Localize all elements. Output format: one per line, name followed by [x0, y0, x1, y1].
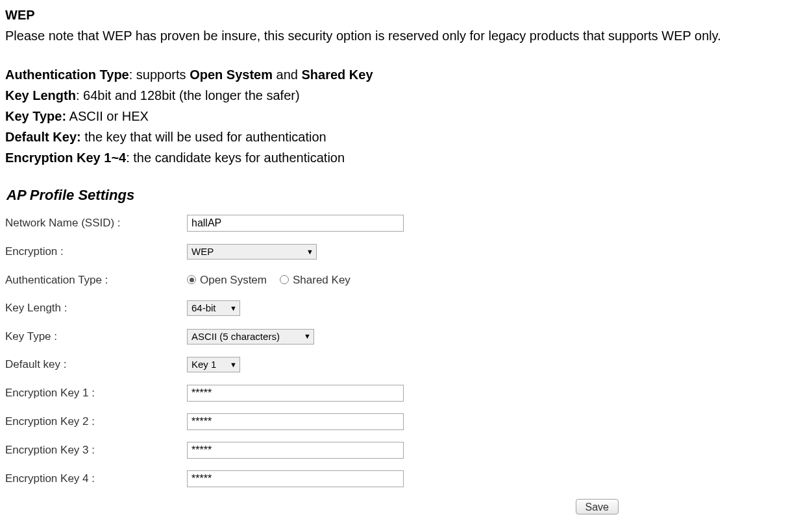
encryption-key-1-input[interactable]: [187, 385, 404, 402]
label-key-2: Encryption Key 2 :: [5, 413, 187, 430]
section-note: Please note that WEP has proven be insur…: [5, 26, 807, 45]
key-length-select-value: 64-bit: [191, 301, 216, 316]
para-default-key-rest: the key that will be used for authentica…: [81, 130, 326, 144]
label-default-key: Default key :: [5, 356, 187, 373]
row-encryption: Encryption : WEP ▼: [5, 243, 619, 260]
para-key-length-rest: : 64bit and 128bit (the longer the safer…: [76, 88, 300, 103]
default-key-select[interactable]: Key 1 ▼: [187, 357, 240, 372]
auth-open-system-radio[interactable]: Open System: [187, 272, 267, 289]
key-length-select[interactable]: 64-bit ▼: [187, 300, 240, 316]
para-key-type-rest: ASCII or HEX: [66, 109, 149, 123]
para-auth-type-v2: Shared Key: [301, 67, 373, 82]
row-default-key: Default key : Key 1 ▼: [5, 356, 619, 373]
chevron-down-icon: ▼: [230, 361, 237, 369]
para-key-type-label: Key Type:: [5, 109, 66, 123]
label-key-3: Encryption Key 3 :: [5, 442, 187, 459]
encryption-key-4-input[interactable]: [187, 470, 404, 487]
encryption-select-value: WEP: [191, 245, 214, 260]
row-key-2: Encryption Key 2 :: [5, 413, 619, 430]
row-key-1: Encryption Key 1 :: [5, 385, 619, 402]
default-key-select-value: Key 1: [191, 357, 216, 372]
para-auth-type-sep: : supports: [129, 67, 190, 82]
para-default-key-label: Default Key:: [5, 130, 81, 144]
row-auth-type: Authentication Type : Open System Shared…: [5, 272, 619, 289]
row-key-type: Key Type : ASCII (5 characters) ▼: [5, 328, 619, 345]
label-key-4: Encryption Key 4 :: [5, 470, 187, 487]
radio-icon: [187, 275, 196, 284]
auth-shared-key-label: Shared Key: [293, 272, 351, 289]
para-encryption-keys-rest: : the candidate keys for authentication: [126, 151, 345, 165]
label-ssid: Network Name (SSID) :: [5, 215, 187, 232]
key-type-select-value: ASCII (5 characters): [191, 330, 280, 345]
auth-shared-key-radio[interactable]: Shared Key: [280, 272, 351, 289]
para-encryption-keys: Encryption Key 1~4: the candidate keys f…: [5, 148, 807, 167]
label-key-1: Encryption Key 1 :: [5, 385, 187, 402]
save-row: Save: [5, 499, 619, 514]
key-type-select[interactable]: ASCII (5 characters) ▼: [187, 329, 314, 345]
row-key-3: Encryption Key 3 :: [5, 442, 619, 459]
label-key-length: Key Length :: [5, 300, 187, 317]
para-auth-type-label: Authentication Type: [5, 67, 129, 82]
panel-title: AP Profile Settings: [6, 184, 619, 206]
radio-icon: [280, 275, 289, 284]
row-ssid: Network Name (SSID) :: [5, 215, 619, 232]
para-auth-type-v1: Open System: [190, 67, 273, 82]
chevron-down-icon: ▼: [306, 248, 314, 256]
section-heading: WEP: [5, 5, 807, 25]
row-key-length: Key Length : 64-bit ▼: [5, 300, 619, 317]
para-auth-type: Authentication Type: supports Open Syste…: [5, 65, 807, 84]
chevron-down-icon: ▼: [304, 333, 311, 340]
label-encryption: Encryption :: [5, 243, 187, 260]
chevron-down-icon: ▼: [230, 305, 237, 312]
encryption-key-2-input[interactable]: [187, 413, 404, 430]
label-key-type: Key Type :: [5, 328, 187, 345]
label-auth-type: Authentication Type :: [5, 272, 187, 289]
ap-profile-settings-panel: AP Profile Settings Network Name (SSID) …: [5, 184, 619, 514]
ssid-input[interactable]: [187, 215, 404, 232]
row-key-4: Encryption Key 4 :: [5, 470, 619, 487]
para-encryption-keys-label: Encryption Key 1~4: [5, 151, 126, 165]
para-default-key: Default Key: the key that will be used f…: [5, 127, 807, 147]
encryption-select[interactable]: WEP ▼: [187, 244, 317, 260]
para-key-length-label: Key Length: [5, 88, 76, 103]
para-key-type: Key Type: ASCII or HEX: [5, 106, 807, 126]
encryption-key-3-input[interactable]: [187, 442, 404, 459]
auth-open-system-label: Open System: [200, 272, 267, 289]
para-auth-type-mid: and: [273, 67, 301, 82]
para-key-length: Key Length: 64bit and 128bit (the longer…: [5, 86, 807, 105]
save-button[interactable]: Save: [576, 499, 619, 514]
